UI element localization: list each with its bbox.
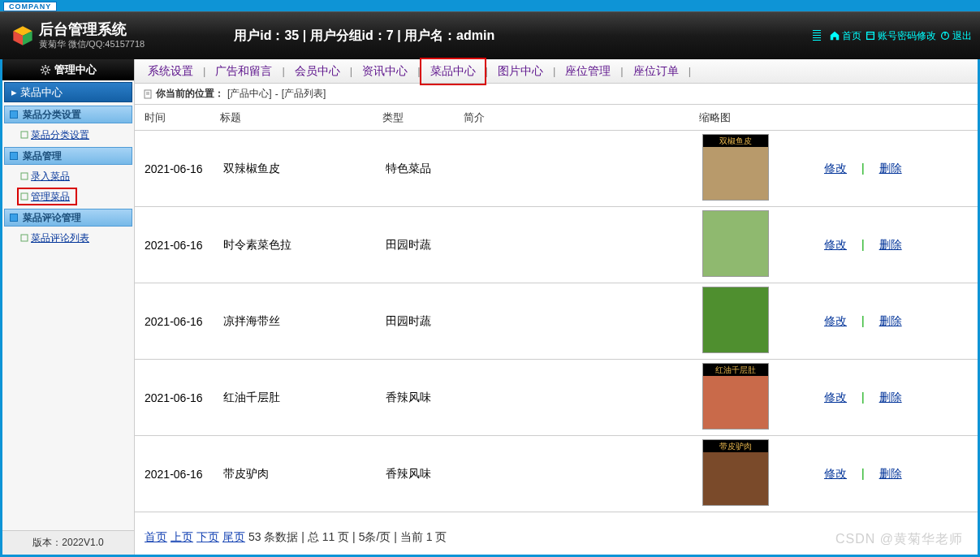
cell-type: 香辣风味 bbox=[382, 467, 464, 481]
tab-2[interactable]: 会员中心 bbox=[287, 59, 348, 84]
sidebar-item-2-0[interactable]: 菜品评论列表 bbox=[2, 228, 134, 248]
pager-info: 53 条数据 | 总 11 页 | 5条/页 | 当前 1 页 bbox=[248, 530, 447, 545]
delete-link[interactable]: 删除 bbox=[879, 391, 902, 404]
sidebar-group-2[interactable]: 菜品评论管理 bbox=[4, 209, 132, 227]
sidebar-head-label: 管理中心 bbox=[54, 63, 97, 77]
top-tabs: 系统设置|广告和留言|会员中心|资讯中心|菜品中心|图片中心|座位管理|座位订单… bbox=[135, 59, 978, 84]
account-modify-label: 账号密码修改 bbox=[878, 29, 936, 43]
breadcrumb-label: 你当前的位置： bbox=[156, 87, 224, 101]
logo-icon bbox=[11, 24, 34, 47]
tab-4[interactable]: 菜品中心 bbox=[422, 59, 484, 84]
sidebar-item-0-0[interactable]: 菜品分类设置 bbox=[2, 125, 134, 145]
app-title: 后台管理系统 bbox=[39, 21, 145, 37]
col-title-h: 标题 bbox=[220, 110, 382, 125]
breadcrumb-page: [产品列表] bbox=[282, 87, 326, 101]
cell-type: 特色菜品 bbox=[382, 162, 464, 176]
col-date-h: 时间 bbox=[135, 110, 220, 125]
col-type-h: 类型 bbox=[382, 110, 464, 125]
delete-link[interactable]: 删除 bbox=[879, 314, 902, 327]
svg-line-12 bbox=[42, 66, 44, 67]
cell-type: 田园时蔬 bbox=[382, 314, 464, 329]
tab-1[interactable]: 广告和留言 bbox=[207, 59, 280, 84]
table-row: 2021-06-16双辣椒鱼皮特色菜品双椒鱼皮修改|删除 bbox=[135, 131, 978, 207]
pager-prev[interactable]: 上页 bbox=[171, 530, 193, 545]
cell-title: 带皮驴肉 bbox=[220, 467, 382, 481]
svg-point-7 bbox=[43, 67, 47, 71]
cell-title: 红油千层肚 bbox=[220, 391, 382, 405]
svg-rect-19 bbox=[21, 235, 28, 241]
sidebar-current-label: 菜品中心 bbox=[20, 85, 63, 100]
sidebar: 管理中心 ▸菜品中心 菜品分类设置菜品分类设置菜品管理录入菜品管理菜品菜品评论管… bbox=[2, 59, 135, 555]
edit-link[interactable]: 修改 bbox=[824, 391, 847, 404]
breadcrumb: 你当前的位置： [产品中心]-[产品列表] bbox=[135, 84, 978, 105]
tab-3[interactable]: 资讯中心 bbox=[354, 59, 416, 84]
cell-type: 田园时蔬 bbox=[382, 238, 464, 253]
svg-line-13 bbox=[48, 71, 50, 73]
company-tag: COMPANY bbox=[3, 2, 57, 11]
sidebar-current[interactable]: ▸菜品中心 bbox=[4, 82, 132, 102]
tab-5[interactable]: 图片中心 bbox=[490, 59, 551, 84]
header-bar: 后台管理系统 黄菊华 微信/QQ:45157718 用户id：35 | 用户分组… bbox=[0, 11, 980, 59]
edit-link[interactable]: 修改 bbox=[824, 467, 847, 480]
table-row: 2021-06-16凉拌海带丝田园时蔬修改|删除 bbox=[135, 283, 978, 360]
home-label: 首页 bbox=[842, 29, 861, 43]
col-intro-h: 简介 bbox=[464, 110, 699, 125]
doc-icon bbox=[143, 89, 153, 99]
cell-thumb: 红油千层肚 bbox=[699, 363, 821, 432]
sidebar-item-1-1[interactable]: 管理菜品 bbox=[2, 187, 134, 207]
table-row: 2021-06-16带皮驴肉香辣风味带皮驴肉修改|删除 bbox=[135, 436, 978, 512]
user-info-bar: 用户id：35 | 用户分组id：7 | 用户名：admin bbox=[234, 28, 494, 45]
cell-thumb bbox=[699, 287, 821, 356]
table-row: 2021-06-16时令素菜色拉田园时蔬修改|删除 bbox=[135, 207, 978, 283]
edit-link[interactable]: 修改 bbox=[824, 314, 847, 327]
cell-title: 双辣椒鱼皮 bbox=[220, 162, 382, 176]
delete-link[interactable]: 删除 bbox=[879, 238, 902, 251]
menu-icon[interactable] bbox=[813, 30, 821, 41]
table-row: 2021-06-16红油千层肚香辣风味红油千层肚修改|删除 bbox=[135, 360, 978, 436]
logout-label: 退出 bbox=[952, 29, 972, 43]
cell-date: 2021-06-16 bbox=[135, 162, 220, 175]
svg-line-15 bbox=[42, 71, 44, 73]
pager: 首页 上页 下页 尾页 53 条数据 | 总 11 页 | 5条/页 | 当前 … bbox=[135, 524, 447, 551]
grid-header: 时间 标题 类型 简介 缩略图 bbox=[135, 105, 978, 131]
cell-date: 2021-06-16 bbox=[135, 468, 220, 481]
cell-title: 时令素菜色拉 bbox=[220, 238, 382, 253]
pager-first[interactable]: 首页 bbox=[145, 530, 167, 545]
tab-6[interactable]: 座位管理 bbox=[557, 59, 619, 84]
delete-link[interactable]: 删除 bbox=[879, 467, 902, 480]
cell-thumb: 带皮驴肉 bbox=[699, 439, 821, 508]
sidebar-head: 管理中心 bbox=[2, 59, 134, 80]
cell-date: 2021-06-16 bbox=[135, 315, 220, 328]
sidebar-group-0[interactable]: 菜品分类设置 bbox=[4, 106, 132, 123]
cell-thumb: 双椒鱼皮 bbox=[699, 134, 821, 203]
data-grid: 时间 标题 类型 简介 缩略图 2021-06-16双辣椒鱼皮特色菜品双椒鱼皮修… bbox=[135, 105, 978, 555]
pager-last[interactable]: 尾页 bbox=[222, 530, 245, 545]
account-modify-link[interactable]: 账号密码修改 bbox=[865, 29, 936, 43]
sidebar-item-1-0[interactable]: 录入菜品 bbox=[2, 166, 134, 187]
edit-link[interactable]: 修改 bbox=[824, 238, 847, 251]
tab-0[interactable]: 系统设置 bbox=[140, 59, 201, 84]
svg-rect-18 bbox=[21, 193, 28, 200]
logout-link[interactable]: 退出 bbox=[939, 29, 972, 43]
cell-thumb bbox=[699, 210, 821, 279]
svg-line-14 bbox=[48, 66, 50, 67]
breadcrumb-module: [产品中心] bbox=[227, 87, 272, 101]
cell-type: 香辣风味 bbox=[382, 391, 464, 405]
svg-rect-16 bbox=[21, 132, 28, 138]
cell-date: 2021-06-16 bbox=[135, 239, 220, 252]
pager-next[interactable]: 下页 bbox=[196, 530, 219, 545]
sidebar-group-1[interactable]: 菜品管理 bbox=[4, 147, 132, 165]
svg-rect-3 bbox=[867, 32, 874, 40]
col-thumb-h: 缩略图 bbox=[699, 110, 821, 125]
gear-icon bbox=[40, 64, 51, 76]
tab-7[interactable]: 座位订单 bbox=[625, 59, 687, 84]
svg-rect-17 bbox=[21, 173, 28, 179]
version-label: 版本：2022V1.0 bbox=[2, 530, 134, 555]
app-subtitle: 黄菊华 微信/QQ:45157718 bbox=[39, 38, 145, 50]
delete-link[interactable]: 删除 bbox=[879, 162, 902, 175]
home-link[interactable]: 首页 bbox=[829, 29, 861, 43]
edit-link[interactable]: 修改 bbox=[824, 162, 847, 175]
cell-title: 凉拌海带丝 bbox=[220, 314, 382, 329]
cell-date: 2021-06-16 bbox=[135, 391, 220, 404]
